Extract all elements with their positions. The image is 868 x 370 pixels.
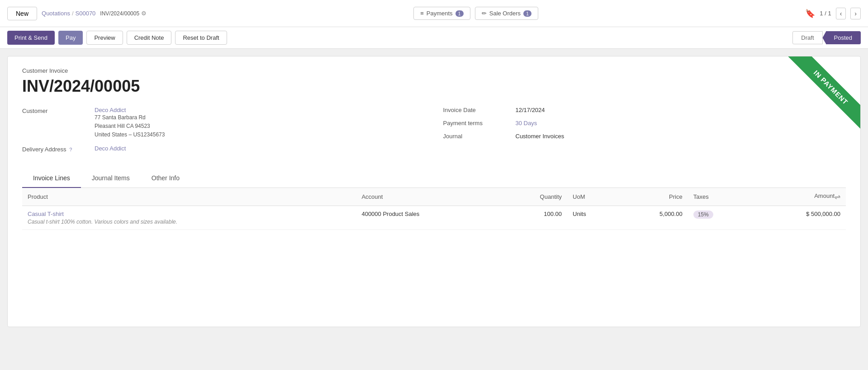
main-content: IN PAYMENT Customer Invoice INV/2024/000… (7, 56, 861, 327)
th-product: Product (22, 188, 356, 206)
preview-button[interactable]: Preview (86, 31, 123, 45)
form-fields: Customer Deco Addict 77 Santa Barbara Rd… (22, 107, 846, 158)
customer-address-1: 77 Santa Barbara Rd (95, 113, 165, 122)
form-subtitle: Customer Invoice (22, 67, 846, 74)
table-header-row: Product Account Quantity UoM Price Taxes… (22, 188, 846, 206)
th-quantity: Quantity (499, 188, 567, 206)
product-description: Casual t-shirt 100% cotton. Various colo… (28, 219, 351, 225)
nav-next-button[interactable]: › (850, 8, 861, 19)
top-bar-left: New Quotations / S00070 INV/2024/00005 ⚙ (7, 7, 147, 20)
column-settings-icon[interactable]: ⇌ (835, 192, 840, 201)
status-bar: Draft Posted (792, 31, 861, 44)
invoice-date-row: Invoice Date 12/17/2024 (443, 107, 846, 113)
cell-price: 5,000.00 (618, 206, 688, 229)
payment-terms-value: 30 Days (516, 120, 537, 126)
pay-button[interactable]: Pay (58, 31, 83, 45)
breadcrumb-parent[interactable]: Quotations (42, 10, 70, 17)
tab-other-info[interactable]: Other Info (141, 169, 190, 188)
new-button[interactable]: New (7, 7, 37, 20)
status-posted[interactable]: Posted (823, 31, 861, 44)
reset-draft-button[interactable]: Reset to Draft (175, 31, 227, 45)
breadcrumb-invoice-ref: INV/2024/00005 (100, 10, 139, 17)
nav-counter: 1 / 1 (820, 10, 831, 17)
print-send-button[interactable]: Print & Send (7, 31, 55, 45)
customer-label: Customer (22, 107, 95, 114)
payment-terms-label: Payment terms (443, 120, 516, 126)
customer-name-link[interactable]: Deco Addict (95, 107, 126, 113)
delivery-address-label: Delivery Address ? (22, 145, 95, 153)
cell-quantity: 100.00 (499, 206, 567, 229)
journal-value: Customer Invoices (516, 133, 564, 140)
breadcrumb-child[interactable]: S00070 (76, 10, 96, 17)
th-amount: Amount ⇌ (752, 188, 846, 206)
top-bar-right: 🔖 1 / 1 ‹ › (805, 8, 861, 19)
tax-badge: 15% (693, 211, 713, 219)
form-body: Customer Invoice INV/2024/00005 Customer… (8, 56, 860, 241)
credit-note-button[interactable]: Credit Note (127, 31, 172, 45)
th-taxes: Taxes (688, 188, 752, 206)
top-navigation-bar: New Quotations / S00070 INV/2024/00005 ⚙… (0, 0, 868, 27)
form-invoice-number: INV/2024/00005 (22, 77, 846, 96)
tabs: Invoice Lines Journal Items Other Info (22, 169, 846, 188)
action-bar-left: Print & Send Pay Preview Credit Note Res… (7, 31, 227, 45)
payments-badge: 1 (455, 10, 464, 17)
product-name-link[interactable]: Casual T-shirt (28, 211, 64, 217)
invoice-date-label: Invoice Date (443, 107, 516, 113)
customer-address-2: Pleasant Hill CA 94523 (95, 122, 165, 131)
journal-label: Journal (443, 133, 516, 140)
tab-journal-items[interactable]: Journal Items (81, 169, 141, 188)
action-bar: Print & Send Pay Preview Credit Note Res… (0, 27, 868, 49)
customer-value: Deco Addict 77 Santa Barbara Rd Pleasant… (95, 107, 165, 140)
invoice-table: Product Account Quantity UoM Price Taxes… (22, 188, 846, 230)
form-title-section: Customer Invoice INV/2024/00005 (22, 67, 846, 96)
payment-terms-row: Payment terms 30 Days (443, 120, 846, 126)
form-fields-right: Invoice Date 12/17/2024 Payment terms 30… (443, 107, 846, 158)
table-row: Casual T-shirt Casual t-shirt 100% cotto… (22, 206, 846, 229)
invoice-date-value[interactable]: 12/17/2024 (516, 107, 545, 113)
th-price: Price (618, 188, 688, 206)
top-bar-center-actions: ≡ Payments 1 ✏ Sale Orders 1 (413, 7, 538, 20)
form-fields-left: Customer Deco Addict 77 Santa Barbara Rd… (22, 107, 425, 158)
sale-orders-icon: ✏ (482, 10, 487, 17)
payments-icon: ≡ (420, 10, 424, 17)
status-draft[interactable]: Draft (792, 31, 822, 44)
customer-field-row: Customer Deco Addict 77 Santa Barbara Rd… (22, 107, 425, 140)
cell-account: 400000 Product Sales (356, 206, 499, 229)
customer-address-3: United States – US12345673 (95, 131, 165, 139)
th-uom: UoM (567, 188, 618, 206)
cell-product: Casual T-shirt Casual t-shirt 100% cotto… (22, 206, 356, 229)
delivery-address-value: Deco Addict (95, 145, 126, 152)
delivery-address-link[interactable]: Deco Addict (95, 145, 126, 152)
sale-orders-label: Sale Orders (489, 10, 521, 17)
cell-taxes: 15% (688, 206, 752, 229)
gear-icon[interactable]: ⚙ (141, 10, 147, 17)
nav-prev-button[interactable]: ‹ (836, 8, 846, 19)
sale-orders-button[interactable]: ✏ Sale Orders 1 (475, 7, 539, 20)
payment-terms-link[interactable]: 30 Days (516, 120, 537, 126)
breadcrumb: Quotations / S00070 INV/2024/00005 ⚙ (42, 10, 147, 17)
delivery-help-icon[interactable]: ? (69, 147, 72, 152)
payments-button[interactable]: ≡ Payments 1 (413, 7, 470, 20)
delivery-address-row: Delivery Address ? Deco Addict (22, 145, 425, 153)
tab-invoice-lines[interactable]: Invoice Lines (22, 169, 81, 188)
payments-label: Payments (427, 10, 453, 17)
cell-uom: Units (567, 206, 618, 229)
cell-amount: $ 500,000.00 (752, 206, 846, 229)
journal-row: Journal Customer Invoices (443, 133, 846, 140)
breadcrumb-separator: / (72, 10, 74, 17)
bookmark-icon[interactable]: 🔖 (805, 9, 815, 19)
sale-orders-badge: 1 (523, 10, 531, 17)
th-account: Account (356, 188, 499, 206)
